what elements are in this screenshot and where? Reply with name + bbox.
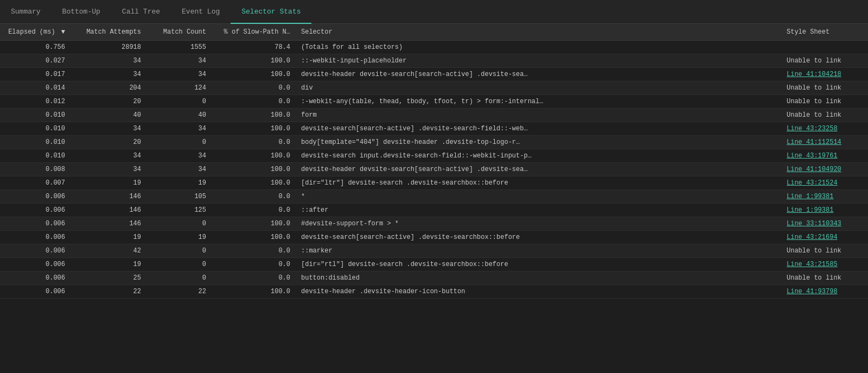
stylesheet-cell[interactable]: Line 1:99381 — [781, 204, 868, 217]
stylesheet-cell[interactable]: Line 43:23258 — [781, 122, 868, 136]
table-row: 0.0083434100.0devsite-header devsite-sea… — [0, 163, 868, 176]
match-count-cell: 34 — [146, 149, 212, 163]
stylesheet-cell[interactable]: Line 41:112514 — [781, 136, 868, 149]
table-header: Elapsed (ms) ▼Match AttemptsMatch Count%… — [0, 24, 868, 41]
table-row: 0.0061919100.0devsite-search[search-acti… — [0, 231, 868, 244]
elapsed-cell: 0.006 — [0, 271, 71, 285]
col-header-slow-path[interactable]: % of Slow-Path N… — [212, 24, 296, 41]
match-count-cell: 40 — [146, 109, 212, 122]
stylesheet-cell[interactable]: Line 43:21524 — [781, 176, 868, 190]
table-row: 0.0142041240.0divUnable to link — [0, 81, 868, 95]
tab-summary[interactable]: Summary — [0, 1, 52, 24]
elapsed-cell: 0.006 — [0, 217, 71, 231]
stylesheet-cell: Unable to link — [781, 54, 868, 68]
stylesheet-cell: Unable to link — [781, 109, 868, 122]
match-count-cell: 34 — [146, 122, 212, 136]
col-header-elapsed[interactable]: Elapsed (ms) ▼ — [0, 24, 71, 41]
stylesheet-cell[interactable]: Line 41:104920 — [781, 163, 868, 176]
match-attempts-cell: 19 — [71, 231, 146, 244]
elapsed-cell: 0.756 — [0, 41, 71, 54]
stylesheet-cell[interactable]: Line 43:21694 — [781, 231, 868, 244]
match-attempts-cell: 34 — [71, 149, 146, 163]
elapsed-cell: 0.006 — [0, 204, 71, 217]
stylesheet-cell: Unable to link — [781, 271, 868, 285]
match-count-cell: 0 — [146, 95, 212, 109]
selector-cell: div — [296, 81, 781, 95]
col-header-stylesheet[interactable]: Style Sheet — [781, 24, 868, 41]
stylesheet-cell[interactable]: Line 33:110343 — [781, 217, 868, 231]
tab-event-log[interactable]: Event Log — [171, 1, 231, 24]
match-attempts-cell: 40 — [71, 109, 146, 122]
tab-call-tree[interactable]: Call Tree — [111, 1, 171, 24]
selector-cell: * — [296, 190, 781, 204]
elapsed-cell: 0.014 — [0, 81, 71, 95]
slow-path-cell: 100.0 — [212, 285, 296, 299]
stylesheet-cell[interactable]: Line 1:99381 — [781, 190, 868, 204]
table-row: 0.0064200.0::markerUnable to link — [0, 244, 868, 258]
table-row: 0.0061460100.0#devsite-support-form > *L… — [0, 217, 868, 231]
sort-icon: ▼ — [61, 28, 65, 36]
match-attempts-cell: 19 — [71, 176, 146, 190]
table-row: 0.0103434100.0devsite-search input.devsi… — [0, 149, 868, 163]
elapsed-cell: 0.006 — [0, 231, 71, 244]
slow-path-cell: 100.0 — [212, 68, 296, 81]
match-attempts-cell: 28918 — [71, 41, 146, 54]
slow-path-cell: 0.0 — [212, 204, 296, 217]
slow-path-cell: 100.0 — [212, 231, 296, 244]
slow-path-cell: 0.0 — [212, 244, 296, 258]
slow-path-cell: 0.0 — [212, 271, 296, 285]
selector-cell: :-webkit-any(table, thead, tbody, tfoot,… — [296, 95, 781, 109]
match-attempts-cell: 20 — [71, 136, 146, 149]
selector-cell: devsite-header devsite-search[search-act… — [296, 163, 781, 176]
match-attempts-cell: 204 — [71, 81, 146, 95]
match-count-cell: 19 — [146, 176, 212, 190]
col-header-match-att[interactable]: Match Attempts — [71, 24, 146, 41]
slow-path-cell: 0.0 — [212, 258, 296, 271]
stylesheet-cell: Unable to link — [781, 81, 868, 95]
match-attempts-cell: 20 — [71, 95, 146, 109]
slow-path-cell: 100.0 — [212, 176, 296, 190]
slow-path-cell: 0.0 — [212, 95, 296, 109]
match-attempts-cell: 34 — [71, 68, 146, 81]
slow-path-cell: 0.0 — [212, 136, 296, 149]
match-count-cell: 0 — [146, 258, 212, 271]
selector-cell: ::after — [296, 204, 781, 217]
selector-cell: devsite-header devsite-search[search-act… — [296, 68, 781, 81]
slow-path-cell: 100.0 — [212, 122, 296, 136]
match-count-cell: 124 — [146, 81, 212, 95]
elapsed-cell: 0.006 — [0, 190, 71, 204]
match-count-cell: 34 — [146, 68, 212, 81]
elapsed-cell: 0.010 — [0, 149, 71, 163]
stylesheet-cell[interactable]: Line 41:104218 — [781, 68, 868, 81]
slow-path-cell: 100.0 — [212, 109, 296, 122]
stylesheet-cell[interactable]: Line 41:93798 — [781, 285, 868, 299]
slow-path-cell: 100.0 — [212, 163, 296, 176]
match-attempts-cell: 22 — [71, 285, 146, 299]
selector-cell: (Totals for all selectors) — [296, 41, 781, 54]
match-count-cell: 105 — [146, 190, 212, 204]
col-header-selector[interactable]: Selector — [296, 24, 781, 41]
stylesheet-cell[interactable]: Line 43:19761 — [781, 149, 868, 163]
elapsed-cell: 0.006 — [0, 285, 71, 299]
stylesheet-cell — [781, 41, 868, 54]
stylesheet-cell[interactable]: Line 43:21585 — [781, 258, 868, 271]
stylesheet-cell: Unable to link — [781, 244, 868, 258]
table-row: 0.0062500.0button:disabledUnable to link — [0, 271, 868, 285]
elapsed-cell: 0.012 — [0, 95, 71, 109]
selector-cell: #devsite-support-form > * — [296, 217, 781, 231]
match-attempts-cell: 34 — [71, 163, 146, 176]
match-count-cell: 34 — [146, 54, 212, 68]
match-count-cell: 0 — [146, 136, 212, 149]
match-attempts-cell: 146 — [71, 190, 146, 204]
slow-path-cell: 100.0 — [212, 217, 296, 231]
tab-bottom-up[interactable]: Bottom-Up — [52, 1, 111, 24]
elapsed-cell: 0.007 — [0, 176, 71, 190]
stylesheet-cell: Unable to link — [781, 95, 868, 109]
match-attempts-cell: 25 — [71, 271, 146, 285]
table-row: 0.0103434100.0devsite-search[search-acti… — [0, 122, 868, 136]
selector-cell: ::-webkit-input-placeholder — [296, 54, 781, 68]
table-row: 0.75628918155578.4(Totals for all select… — [0, 41, 868, 54]
col-header-match-cnt[interactable]: Match Count — [146, 24, 212, 41]
tab-selector-stats[interactable]: Selector Stats — [231, 1, 311, 24]
elapsed-cell: 0.017 — [0, 68, 71, 81]
